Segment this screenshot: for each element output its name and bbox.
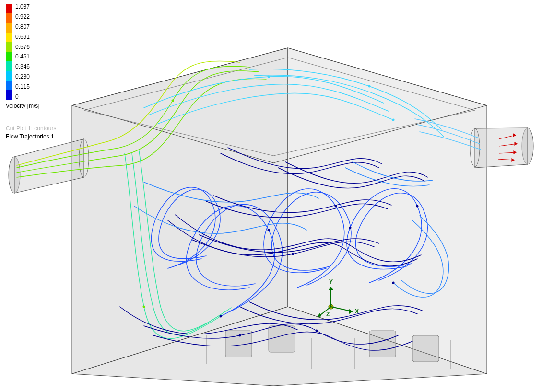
svg-point-27: [335, 205, 337, 208]
color-legend: 1.0370.9220.8070.6910.5760.4610.3460.230…: [6, 4, 30, 100]
axis-z-label: Z: [326, 311, 330, 318]
svg-point-33: [292, 253, 294, 255]
legend-segment: [6, 81, 12, 90]
legend-tick: 0: [15, 94, 30, 100]
svg-point-26: [268, 229, 270, 231]
svg-point-25: [220, 315, 222, 318]
svg-point-29: [416, 205, 419, 208]
legend-segment: [6, 13, 12, 23]
legend-tick: 0.922: [15, 14, 30, 20]
legend-tick: 0.346: [15, 64, 30, 69]
layer-flowtraj[interactable]: Flow Trajectories 1: [6, 133, 56, 141]
legend-colorbar: [6, 4, 12, 100]
svg-point-36: [392, 119, 395, 121]
svg-point-32: [316, 330, 318, 332]
legend-segment: [6, 61, 12, 71]
legend-tick: 0.576: [15, 44, 30, 50]
legend-segment: [6, 42, 12, 52]
svg-point-28: [349, 227, 352, 229]
legend-tick: 0.807: [15, 24, 30, 30]
svg-rect-19: [369, 331, 396, 357]
svg-point-37: [172, 100, 174, 102]
svg-rect-20: [412, 335, 439, 362]
legend-tick: 0.691: [15, 34, 30, 40]
axis-y-label: Y: [329, 278, 333, 285]
legend-segment: [6, 52, 12, 61]
legend-segment: [6, 4, 12, 13]
legend-segment: [6, 90, 12, 100]
svg-point-38: [143, 306, 145, 308]
svg-point-31: [239, 334, 241, 337]
axis-x-label: X: [355, 308, 359, 315]
svg-rect-18: [269, 326, 295, 352]
layer-cutplot[interactable]: Cut Plot 1: contours: [6, 125, 56, 133]
legend-segment: [6, 71, 12, 81]
svg-point-34: [368, 85, 371, 88]
svg-point-30: [392, 282, 395, 284]
legend-title: Velocity [m/s]: [6, 103, 40, 109]
legend-tick: 1.037: [15, 4, 30, 10]
legend-ticks: 1.0370.9220.8070.6910.5760.4610.3460.230…: [15, 4, 30, 100]
legend-tick: 0.230: [15, 74, 30, 80]
legend-segment: [6, 33, 12, 42]
legend-tick: 0.115: [15, 84, 30, 90]
svg-point-35: [268, 76, 270, 78]
simulation-viewport[interactable]: X Y Z: [0, 0, 542, 392]
legend-segment: [6, 23, 12, 33]
result-layer-list: Cut Plot 1: contours Flow Trajectories 1: [6, 125, 56, 141]
legend-tick: 0.461: [15, 54, 30, 59]
tank-geometry: [9, 48, 533, 386]
